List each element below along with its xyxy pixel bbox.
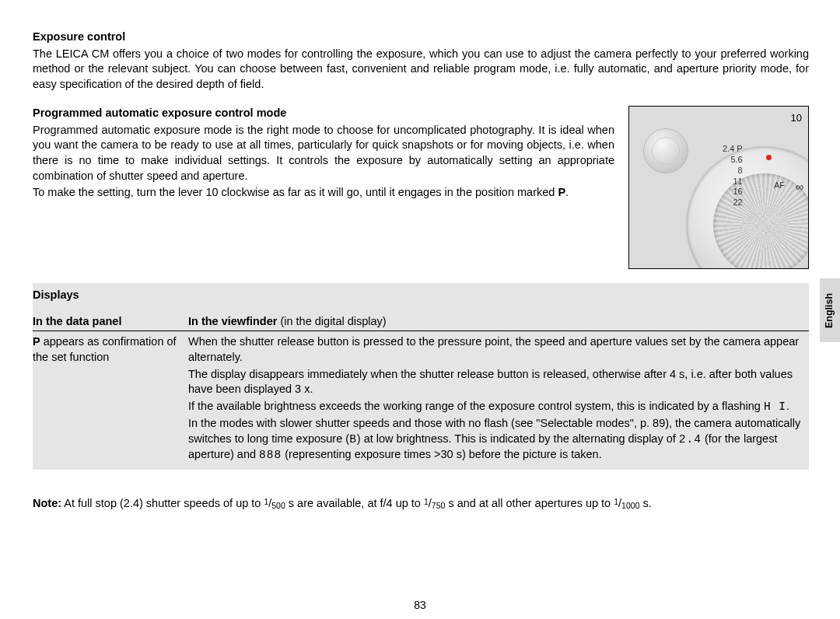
program-mode-text: Programmed automatic exposure control mo…: [33, 106, 614, 269]
p-symbol: P: [33, 335, 40, 348]
vf-line4g: (representing exposure times >30 s) befo…: [282, 448, 601, 460]
vf-line3: If the available brightness exceeds the …: [188, 399, 809, 415]
aperture-dial-icon: [687, 147, 809, 269]
infinity-label: ∞: [796, 180, 803, 194]
heading-displays: Displays: [33, 288, 809, 314]
vf-line3c: .: [786, 400, 789, 412]
aperture-scale: 2.4 P 5.6 8 11 16 22: [723, 144, 743, 208]
dial-p-mark: P: [737, 144, 742, 153]
vf-line1: When the shutter release button is press…: [188, 334, 809, 365]
section-program-mode: Programmed automatic exposure control mo…: [33, 106, 809, 269]
table-header-row: In the data panel In the viewfinder (in …: [33, 314, 809, 332]
note-line: Note: At full stop (2.4) shutter speeds …: [33, 496, 809, 512]
note-d: s.: [639, 497, 651, 509]
program-mode-body2: To make the setting, turn the lever 10 c…: [33, 185, 614, 201]
program-mode-body2a: To make the setting, turn the lever 10 c…: [33, 186, 558, 198]
cell-viewfinder: When the shutter release button is press…: [188, 334, 809, 465]
program-mode-body1: Programmed automatic exposure mode is th…: [33, 124, 614, 182]
note-c: s and at all other apertures up to: [445, 497, 614, 509]
page-number: 83: [0, 598, 840, 613]
camera-dial-figure: 10 2.4 P 5.6 8 11 16 22 AF ∞: [628, 106, 809, 269]
language-tab-label: English: [824, 292, 837, 327]
ap-16: 16: [723, 187, 743, 198]
program-mode-body2c: .: [565, 186, 569, 198]
table-body-row: P appears as confirmation of the set fun…: [33, 334, 809, 465]
note-b: s are available, at f/4 up to: [285, 497, 424, 509]
vf-line2: The display disappears immediately when …: [188, 367, 809, 397]
lcd-hi: H I: [764, 400, 786, 413]
para-exposure-control: The LEICA CM offers you a choice of two …: [33, 47, 809, 93]
shutter-button-icon: [643, 128, 688, 173]
data-panel-desc: appears as confirmation of the set funct…: [33, 335, 177, 363]
header-viewfinder: In the viewfinder (in the digital displa…: [188, 314, 809, 330]
displays-table: Displays In the data panel In the viewfi…: [33, 283, 809, 470]
af-label: AF: [774, 180, 785, 191]
frac3-den: 1000: [621, 501, 639, 510]
manual-page: Exposure control The LEICA CM offers you…: [0, 0, 840, 526]
header-viewfinder-rest: (in the digital display): [277, 315, 386, 327]
lcd-2-4: 2.4: [679, 433, 702, 446]
cell-data-panel: P appears as confirmation of the set fun…: [33, 334, 188, 465]
ap-22: 22: [723, 198, 743, 208]
vf-line4: In the modes with slower shutter speeds …: [188, 416, 809, 463]
callout-10: 10: [791, 111, 802, 125]
heading-program-mode: Programmed automatic exposure control mo…: [33, 106, 614, 121]
ap-8: 8: [723, 166, 743, 177]
lcd-888: 888: [259, 449, 282, 461]
ap-2-4: 2.4: [723, 144, 734, 153]
ap-5-6: 5.6: [723, 155, 743, 166]
note-label: Note:: [33, 497, 61, 509]
heading-exposure-control: Exposure control: [33, 30, 809, 45]
frac1-num: 1: [264, 497, 268, 506]
section-exposure-control: Exposure control The LEICA CM offers you…: [33, 30, 809, 92]
p-mark-inline: P: [558, 186, 565, 198]
header-viewfinder-bold: In the viewfinder: [188, 315, 277, 327]
note-a: At full stop (2.4) shutter speeds of up …: [61, 497, 264, 509]
ap-11: 11: [723, 177, 743, 187]
frac1-den: 500: [271, 501, 285, 510]
language-tab: English: [820, 278, 840, 342]
vf-line3a: If the available brightness exceeds the …: [188, 400, 764, 412]
vf-line4c: ) at low brightness. This is indicated b…: [357, 432, 679, 445]
lcd-b: B: [349, 433, 357, 446]
header-data-panel: In the data panel: [33, 314, 188, 330]
frac3-num: 1: [614, 497, 618, 506]
frac2-num: 1: [424, 497, 429, 506]
frac2-den: 750: [432, 501, 446, 510]
